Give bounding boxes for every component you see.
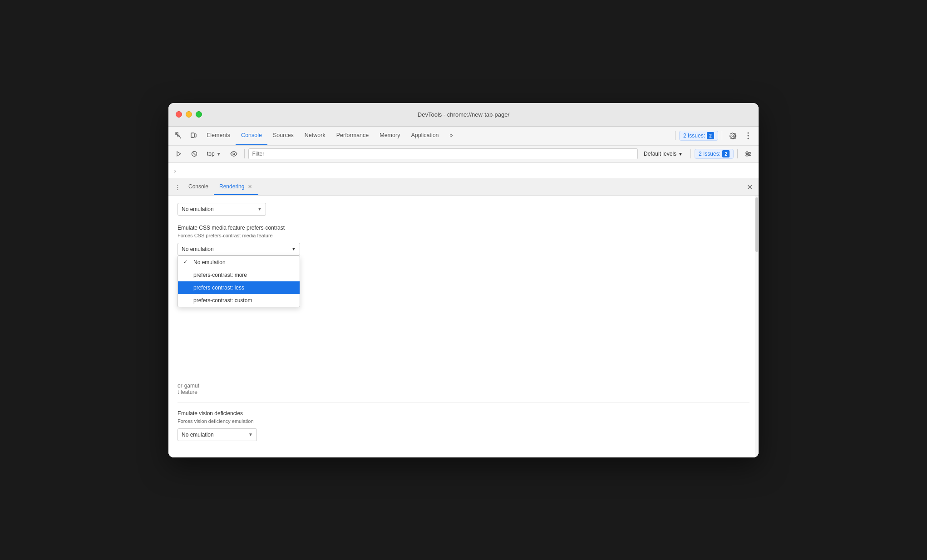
svg-rect-2 xyxy=(195,134,196,137)
traffic-lights xyxy=(176,111,202,118)
svg-point-15 xyxy=(749,153,750,155)
main-toolbar: Elements Console Sources Network Perform… xyxy=(168,127,759,146)
rendering-content: No emulation ▼ Emulate CSS media feature… xyxy=(168,196,759,457)
svg-point-5 xyxy=(748,135,749,137)
tab-more[interactable]: » xyxy=(444,127,459,145)
settings-button[interactable] xyxy=(726,129,740,142)
device-toolbar-button[interactable] xyxy=(187,129,200,142)
top-dropdown-arrow-icon: ▼ xyxy=(257,206,262,211)
vision-deficiencies-section: Emulate vision deficiencies Forces visio… xyxy=(178,410,749,441)
console-toolbar: top ▼ Default levels ▼ 2 Issues: 2 xyxy=(168,146,759,163)
check-icon-empty3 xyxy=(183,298,190,303)
drawer-console-label: Console xyxy=(188,183,208,190)
close-button[interactable] xyxy=(176,111,182,118)
svg-point-16 xyxy=(746,154,748,156)
context-arrow-icon: ▼ xyxy=(217,152,221,157)
option-prefers-custom[interactable]: prefers-contrast: custom xyxy=(178,294,300,307)
vision-sublabel: Forces vision deficiency emulation xyxy=(178,418,749,424)
bottom-panel: ⋮ Console Rendering ✕ ✕ No emulation ▼ xyxy=(168,179,759,457)
more-options-button[interactable] xyxy=(741,129,755,142)
divider2 xyxy=(722,131,722,140)
option-label: prefers-contrast: more xyxy=(193,272,247,278)
prefers-contrast-menu: ✓ No emulation prefers-contrast: more xyxy=(178,255,300,307)
option-label: prefers-contrast: less xyxy=(193,285,244,291)
tab-navigation: Elements Console Sources Network Perform… xyxy=(201,127,672,145)
svg-point-4 xyxy=(748,133,749,134)
issues-badge-2[interactable]: 2 Issues: 2 xyxy=(695,149,734,159)
drawer-tab-bar: ⋮ Console Rendering ✕ ✕ xyxy=(168,179,759,196)
tab-network[interactable]: Network xyxy=(299,127,331,145)
issues-badge[interactable]: 2 Issues: 2 xyxy=(679,131,718,141)
section-divider xyxy=(178,403,749,403)
option-label: No emulation xyxy=(193,259,226,265)
top-dropdown-value: No emulation xyxy=(182,206,214,212)
issues-label: 2 Issues: xyxy=(683,133,705,139)
drawer-menu-button[interactable]: ⋮ xyxy=(172,182,183,192)
minimize-button[interactable] xyxy=(186,111,192,118)
top-emulation-section: No emulation ▼ xyxy=(178,203,749,216)
close-rendering-tab[interactable]: ✕ xyxy=(247,183,253,190)
vertical-scrollbar[interactable] xyxy=(755,196,759,457)
filter-input[interactable] xyxy=(248,148,638,159)
partial-section: or-gamut t feature xyxy=(178,383,749,395)
tab-elements[interactable]: Elements xyxy=(201,127,236,145)
tab-performance[interactable]: Performance xyxy=(331,127,375,145)
titlebar: DevTools - chrome://new-tab-page/ xyxy=(168,103,759,127)
issues-icon: 2 xyxy=(707,132,714,139)
divider3 xyxy=(690,149,691,158)
tab-sources[interactable]: Sources xyxy=(267,127,299,145)
drawer-rendering-label: Rendering xyxy=(219,183,244,190)
inspect-element-button[interactable] xyxy=(172,129,186,142)
run-script-button[interactable] xyxy=(172,147,186,160)
prefers-contrast-dropdown-container: No emulation ▼ ✓ No emulation xyxy=(178,243,300,255)
toolbar-divider xyxy=(244,149,245,158)
fullscreen-button[interactable] xyxy=(196,111,202,118)
scrollbar-thumb[interactable] xyxy=(755,197,758,252)
levels-arrow-icon: ▼ xyxy=(678,152,683,157)
prefers-contrast-label: Emulate CSS media feature prefers-contra… xyxy=(178,225,749,231)
svg-point-6 xyxy=(748,138,749,139)
option-prefers-more[interactable]: prefers-contrast: more xyxy=(178,269,300,281)
rendering-content-scroll: No emulation ▼ Emulate CSS media feature… xyxy=(168,196,759,457)
divider xyxy=(675,131,676,140)
partial-text-1: or-gamut xyxy=(178,383,749,389)
top-dropdown[interactable]: No emulation ▼ xyxy=(178,203,266,216)
close-drawer-button[interactable]: ✕ xyxy=(744,182,755,192)
clear-console-button[interactable] xyxy=(187,147,201,160)
context-selector[interactable]: top ▼ xyxy=(203,149,225,159)
prefers-contrast-sublabel: Forces CSS prefers-contrast media featur… xyxy=(178,233,749,238)
vision-label: Emulate vision deficiencies xyxy=(178,410,749,417)
prefers-contrast-dropdown[interactable]: No emulation ▼ xyxy=(178,243,300,255)
levels-label: Default levels xyxy=(644,151,676,157)
option-prefers-less[interactable]: prefers-contrast: less xyxy=(178,281,300,294)
prefers-contrast-value: No emulation xyxy=(182,246,214,252)
svg-marker-7 xyxy=(177,152,181,156)
eye-button[interactable] xyxy=(227,147,241,160)
drawer-tab-rendering[interactable]: Rendering ✕ xyxy=(214,179,258,195)
option-no-emulation[interactable]: ✓ No emulation xyxy=(178,256,300,269)
prefers-contrast-section: Emulate CSS media feature prefers-contra… xyxy=(178,225,749,255)
issues-icon-2: 2 xyxy=(722,150,730,157)
prefers-contrast-arrow-icon: ▼ xyxy=(291,246,296,251)
issues-label-2: 2 Issues: xyxy=(699,151,720,157)
divider4 xyxy=(737,149,738,158)
devtools-window: DevTools - chrome://new-tab-page/ Elemen… xyxy=(168,103,759,457)
check-icon: ✓ xyxy=(183,259,190,265)
toolbar-right: 2 Issues: 2 xyxy=(673,129,755,142)
tab-console[interactable]: Console xyxy=(236,127,267,145)
vision-dropdown-value: No emulation xyxy=(182,432,214,438)
vision-dropdown[interactable]: No emulation ▼ xyxy=(178,428,257,441)
tab-memory[interactable]: Memory xyxy=(374,127,405,145)
svg-point-10 xyxy=(233,153,235,155)
console-prompt[interactable]: › xyxy=(174,167,176,174)
log-levels-button[interactable]: Default levels ▼ xyxy=(640,149,687,159)
svg-point-14 xyxy=(746,152,748,153)
settings-button-2[interactable] xyxy=(741,147,755,160)
rendering-panel: No emulation ▼ Emulate CSS media feature… xyxy=(168,196,759,457)
drawer-tab-console[interactable]: Console xyxy=(183,179,214,195)
option-label: prefers-contrast: custom xyxy=(193,297,252,304)
check-icon-empty2 xyxy=(183,285,190,290)
svg-line-9 xyxy=(193,152,196,156)
tab-application[interactable]: Application xyxy=(405,127,444,145)
context-label: top xyxy=(207,151,215,157)
